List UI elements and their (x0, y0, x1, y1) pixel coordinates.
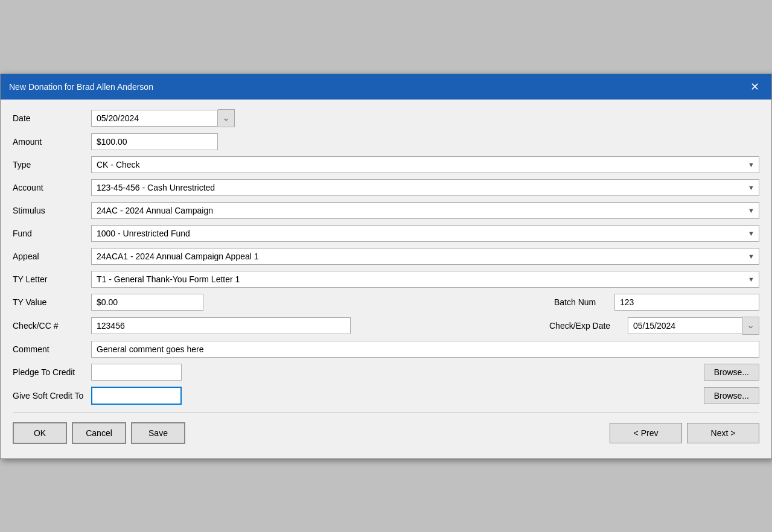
form-body: Date ⌵ Amount Type CK - Check CC - Credi… (1, 100, 771, 458)
amount-input[interactable] (91, 133, 218, 150)
prev-button[interactable]: < Prev (610, 423, 682, 443)
next-button[interactable]: Next > (687, 423, 759, 443)
batch-num-input[interactable] (614, 294, 759, 311)
amount-row: Amount (13, 133, 759, 150)
date-label: Date (13, 113, 91, 123)
comment-input[interactable] (91, 341, 759, 358)
ty-value-label: TY Value (13, 297, 91, 307)
stimulus-row: Stimulus 24AC - 2024 Annual Campaign ▼ (13, 202, 759, 219)
close-button[interactable]: ✕ (747, 80, 763, 93)
stimulus-select[interactable]: 24AC - 2024 Annual Campaign (91, 202, 759, 219)
fund-select[interactable]: 1000 - Unrestricted Fund (91, 225, 759, 242)
comment-label: Comment (13, 344, 91, 354)
soft-credit-row: Give Soft Credit To Browse... (13, 387, 759, 405)
appeal-row: Appeal 24ACA1 - 2024 Annual Campaign App… (13, 248, 759, 265)
check-row: Check/CC # Check/Exp Date ⌵ (13, 317, 759, 335)
save-button[interactable]: Save (131, 422, 185, 444)
appeal-select-wrapper: 24ACA1 - 2024 Annual Campaign Appeal 1 ▼ (91, 248, 759, 265)
dialog-title: New Donation for Brad Allen Anderson (9, 82, 153, 92)
type-label: Type (13, 160, 91, 169)
account-row: Account 123-45-456 - Cash Unrestricted ▼ (13, 179, 759, 196)
stimulus-label: Stimulus (13, 206, 91, 215)
fund-select-wrapper: 1000 - Unrestricted Fund ▼ (91, 225, 759, 242)
ty-batch-row: TY Value Batch Num (13, 294, 759, 311)
check-exp-wrapper: ⌵ (628, 317, 759, 335)
type-select[interactable]: CK - Check CC - Credit Card EFT - Electr… (91, 156, 759, 173)
ty-letter-select[interactable]: T1 - General Thank-You Form Letter 1 (91, 271, 759, 288)
check-cc-label: Check/CC # (13, 321, 91, 331)
date-wrapper: ⌵ (91, 109, 248, 127)
pledge-browse-button[interactable]: Browse... (704, 364, 759, 381)
donation-dialog: New Donation for Brad Allen Anderson ✕ D… (0, 74, 772, 459)
soft-credit-browse-button[interactable]: Browse... (704, 387, 759, 404)
pledge-label: Pledge To Credit (13, 367, 91, 377)
check-cc-input[interactable] (91, 317, 351, 334)
fund-row: Fund 1000 - Unrestricted Fund ▼ (13, 225, 759, 242)
comment-row: Comment (13, 341, 759, 358)
appeal-select[interactable]: 24ACA1 - 2024 Annual Campaign Appeal 1 (91, 248, 759, 265)
pledge-input[interactable] (91, 364, 182, 381)
soft-credit-input[interactable] (91, 387, 182, 405)
account-select-wrapper: 123-45-456 - Cash Unrestricted ▼ (91, 179, 759, 196)
title-bar: New Donation for Brad Allen Anderson ✕ (1, 74, 771, 100)
soft-credit-browse-wrapper: Browse... (182, 387, 759, 404)
check-exp-dropdown-button[interactable]: ⌵ (742, 317, 759, 335)
check-exp-input[interactable] (628, 317, 742, 334)
pledge-browse-wrapper: Browse... (182, 364, 759, 381)
batch-num-label: Batch Num (554, 297, 614, 307)
account-label: Account (13, 183, 91, 192)
appeal-label: Appeal (13, 252, 91, 261)
soft-credit-label: Give Soft Credit To (13, 391, 91, 401)
account-select[interactable]: 123-45-456 - Cash Unrestricted (91, 179, 759, 196)
fund-label: Fund (13, 229, 91, 238)
stimulus-select-wrapper: 24AC - 2024 Annual Campaign ▼ (91, 202, 759, 219)
ty-value-input[interactable] (91, 294, 203, 311)
ty-letter-row: TY Letter T1 - General Thank-You Form Le… (13, 271, 759, 288)
type-select-wrapper: CK - Check CC - Credit Card EFT - Electr… (91, 156, 759, 173)
left-buttons: OK Cancel Save (13, 422, 610, 444)
date-input[interactable] (91, 110, 218, 127)
pledge-row: Pledge To Credit Browse... (13, 364, 759, 381)
ty-letter-label: TY Letter (13, 274, 91, 284)
right-buttons: < Prev Next > (610, 423, 759, 443)
check-exp-label: Check/Exp Date (549, 321, 628, 331)
button-row: OK Cancel Save < Prev Next > (13, 412, 759, 449)
ty-letter-select-wrapper: T1 - General Thank-You Form Letter 1 ▼ (91, 271, 759, 288)
ok-button[interactable]: OK (13, 422, 67, 444)
type-row: Type CK - Check CC - Credit Card EFT - E… (13, 156, 759, 173)
date-dropdown-button[interactable]: ⌵ (218, 109, 235, 127)
cancel-button[interactable]: Cancel (72, 422, 126, 444)
amount-label: Amount (13, 137, 91, 147)
date-row: Date ⌵ (13, 109, 759, 127)
